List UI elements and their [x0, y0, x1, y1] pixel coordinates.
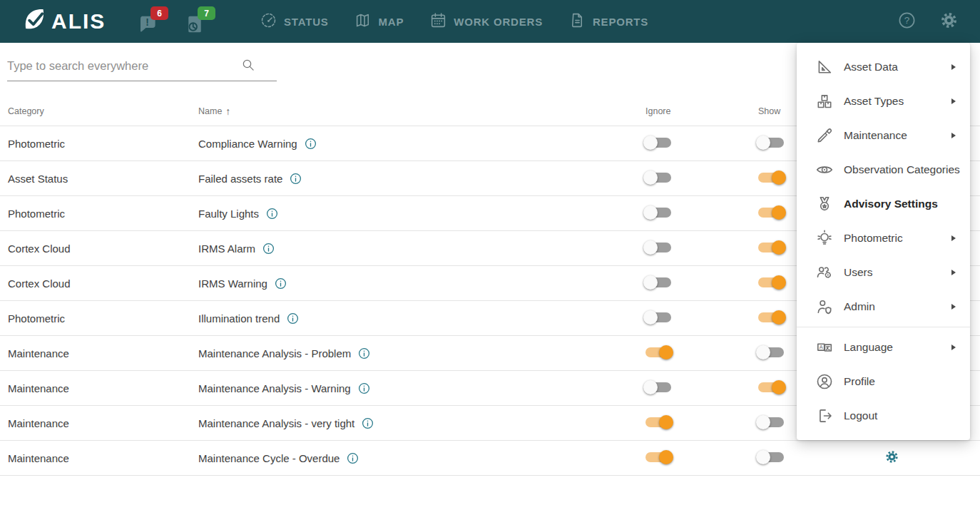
notification-badge: 7: [198, 6, 215, 20]
show-toggle[interactable]: [758, 417, 784, 427]
alis-logo[interactable]: ALIS: [20, 6, 106, 37]
table-row: Maintenance Maintenance Cycle - Overdue: [0, 440, 980, 475]
settings-button[interactable]: [939, 11, 959, 33]
ignore-toggle[interactable]: [645, 382, 671, 392]
info-icon[interactable]: [265, 207, 279, 220]
nav-map[interactable]: MAP: [354, 11, 404, 32]
row-category: Maintenance: [8, 452, 198, 464]
medal-icon: [815, 195, 834, 213]
info-icon[interactable]: [346, 452, 359, 465]
info-icon[interactable]: [289, 172, 302, 185]
search-icon: [241, 58, 255, 75]
chevron-right-icon: [951, 304, 956, 310]
menu-item-admin[interactable]: Admin: [797, 290, 970, 324]
ignore-toggle[interactable]: [645, 347, 671, 357]
row-name: Maintenance Analysis - Warning: [198, 382, 351, 394]
menu-item-logout[interactable]: Logout: [797, 399, 970, 433]
ignore-toggle[interactable]: [645, 208, 671, 218]
ignore-toggle[interactable]: [645, 173, 671, 183]
sort-asc-icon: ↑: [225, 106, 230, 117]
row-category: Cortex Cloud: [8, 243, 198, 255]
notification-badge: 6: [150, 6, 168, 20]
row-category: Maintenance: [8, 347, 198, 359]
calendar-icon: [429, 11, 447, 32]
ignore-toggle[interactable]: [645, 243, 671, 252]
info-icon[interactable]: [274, 277, 287, 290]
menu-item-maintenance[interactable]: Maintenance: [797, 118, 970, 153]
row-name: IRMS Alarm: [198, 243, 255, 255]
search-input[interactable]: [7, 55, 277, 81]
row-name: Failed assets rate: [198, 173, 282, 185]
info-icon[interactable]: [357, 347, 371, 360]
chevron-right-icon: [951, 270, 956, 275]
row-name: IRMS Warning: [198, 277, 267, 290]
language-icon: A: [815, 338, 834, 357]
row-category: Maintenance: [8, 382, 198, 394]
menu-item-profile[interactable]: Profile: [797, 364, 970, 399]
ignore-toggle[interactable]: [645, 417, 671, 427]
menu-divider: [797, 327, 970, 327]
help-button[interactable]: ?: [897, 11, 917, 33]
column-header-category[interactable]: Category: [8, 106, 198, 116]
tool-icon: [815, 126, 834, 145]
topbar: ALIS ! 6 7 STATUS MAP WORK ORDERS REPORT…: [0, 0, 980, 43]
row-category: Photometric: [8, 138, 198, 150]
row-category: Cortex Cloud: [8, 277, 198, 290]
row-name: Maintenance Analysis - very tight: [198, 417, 354, 429]
info-icon[interactable]: [361, 417, 374, 430]
show-toggle[interactable]: [758, 138, 784, 148]
svg-text:A: A: [820, 344, 823, 350]
row-category: Photometric: [8, 312, 198, 325]
profile-icon: [815, 372, 834, 391]
menu-item-asset-data[interactable]: Asset Data: [797, 50, 970, 84]
row-category: Maintenance: [8, 417, 198, 429]
chat-alert-icon: !: [137, 25, 158, 37]
menu-item-asset-types[interactable]: Asset Types: [797, 84, 970, 118]
nav-status[interactable]: STATUS: [260, 11, 329, 32]
row-name: Maintenance Cycle - Overdue: [198, 452, 340, 464]
chat-alert-notification-button[interactable]: ! 6: [137, 9, 161, 34]
menu-item-users[interactable]: Users: [797, 255, 970, 290]
ignore-toggle[interactable]: [645, 312, 671, 322]
map-icon: [354, 11, 372, 32]
ignore-toggle[interactable]: [645, 452, 671, 462]
show-toggle[interactable]: [758, 347, 784, 357]
search-box: [7, 55, 257, 81]
info-icon[interactable]: [304, 137, 317, 151]
settings-dropdown-menu: Asset Data Asset Types Maintenance Obser…: [797, 43, 970, 440]
nav-work-orders[interactable]: WORK ORDERS: [429, 11, 543, 32]
show-toggle[interactable]: [758, 277, 784, 287]
lightbulb-icon: [815, 229, 834, 248]
info-icon[interactable]: [286, 312, 300, 325]
nav-reports[interactable]: REPORTS: [568, 11, 648, 32]
report-chart-icon: [184, 25, 205, 37]
show-toggle[interactable]: [758, 452, 784, 462]
show-toggle[interactable]: [758, 173, 784, 183]
menu-item-observation-categories[interactable]: Observation Categories: [797, 153, 970, 187]
row-settings-gear-icon[interactable]: [884, 449, 899, 464]
menu-item-photometric[interactable]: Photometric: [797, 221, 970, 255]
menu-item-language[interactable]: A Language: [797, 330, 970, 364]
menu-item-advisory-settings[interactable]: Advisory Settings: [797, 187, 970, 221]
info-icon[interactable]: [357, 382, 371, 395]
svg-text:!: !: [146, 17, 149, 28]
users-gear-icon: [815, 263, 834, 282]
chevron-right-icon: [951, 133, 956, 138]
column-header-name[interactable]: Name ↑: [198, 106, 645, 117]
show-toggle[interactable]: [758, 312, 784, 322]
chevron-right-icon: [951, 345, 956, 350]
chevron-right-icon: [951, 235, 956, 241]
column-header-ignore[interactable]: Ignore: [645, 106, 758, 116]
ignore-toggle[interactable]: [645, 138, 671, 148]
eye-icon: [815, 160, 834, 179]
show-toggle[interactable]: [758, 208, 784, 218]
row-category: Asset Status: [8, 173, 198, 185]
report-chart-notification-button[interactable]: 7: [184, 9, 208, 34]
info-icon[interactable]: [262, 242, 275, 255]
show-toggle[interactable]: [758, 243, 784, 252]
document-icon: [568, 11, 586, 32]
ignore-toggle[interactable]: [645, 277, 671, 287]
show-toggle[interactable]: [758, 382, 784, 392]
chevron-right-icon: [951, 64, 956, 70]
row-name: Faulty Lights: [198, 208, 259, 220]
